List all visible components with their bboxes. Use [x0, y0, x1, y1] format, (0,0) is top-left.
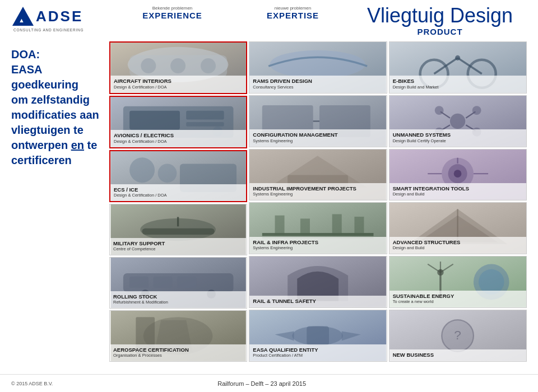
- header-title-area: Vliegtuig Design PRODUCT: [353, 6, 527, 36]
- experience-column: AIRCRAFT INTERIORS Design & Certificatio…: [109, 41, 247, 362]
- product-column: E-BIKES Design Build and Market: [389, 41, 527, 362]
- experience-main: EXPERIENCE: [112, 11, 233, 20]
- svg-point-16: [158, 164, 177, 183]
- cards-grid: AIRCRAFT INTERIORS Design & Certificatio…: [109, 41, 527, 362]
- expertise-column: RAMS DRIVEN DESIGN Consultancy Services: [249, 41, 387, 362]
- footer-copyright: © 2015 ADSE B.V.: [11, 381, 53, 386]
- rolling-text: ROLLING STOCK Refurbishment & Modificati…: [110, 291, 247, 308]
- svg-point-59: [455, 55, 460, 60]
- card-rams[interactable]: RAMS DRIVEN DESIGN Consultancy Services: [249, 41, 387, 94]
- svg-point-5: [141, 58, 156, 73]
- svg-point-6: [170, 58, 185, 73]
- aerospace-text: AEROSPACE CERTIFICATION Organisation & P…: [110, 344, 247, 361]
- svg-point-67: [472, 106, 481, 115]
- card-ecs[interactable]: ECS / ICE Design & Certification / DOA: [109, 150, 247, 203]
- svg-rect-47: [355, 217, 364, 235]
- card-config[interactable]: CONFIGURATION MANAGEMENT Systems Enginee…: [249, 95, 387, 147]
- sidebar: DOA: EASA goedkeuring om zelfstandig mod…: [11, 41, 109, 362]
- svg-text:▲: ▲: [18, 17, 25, 24]
- svg-point-33: [270, 50, 365, 78]
- easa-text: EASA QUALIFIED ENTITY Product Certificat…: [249, 344, 386, 361]
- military-text: MILITARY SUPPORT Centre of Competence: [110, 238, 247, 255]
- card-smart[interactable]: SMART INTEGRATION TOOLS Design and Build: [389, 149, 527, 201]
- svg-point-15: [129, 157, 155, 183]
- svg-rect-45: [300, 219, 310, 235]
- rail-infra-text: RAIL & INFRA PROJECTS Systems Engineerin…: [249, 237, 386, 254]
- main-content: DOA: EASA goedkeuring om zelfstandig mod…: [0, 39, 538, 364]
- expertise-col-header: nieuwe problemen EXPERTISE: [233, 6, 353, 20]
- header: ▲ ADSE CONSULTING AND ENGINEERING Bekend…: [0, 0, 538, 39]
- expertise-sub: nieuwe problemen: [233, 6, 353, 11]
- card-unmanned[interactable]: UNMANNED SYSTEMS Design Build Certify Op…: [389, 95, 527, 147]
- sidebar-text: DOA: EASA goedkeuring om zelfstandig mod…: [11, 47, 109, 168]
- svg-rect-44: [275, 216, 285, 235]
- card-rail-infra[interactable]: RAIL & INFRA PROJECTS Systems Engineerin…: [249, 202, 387, 254]
- svg-rect-26: [177, 277, 196, 288]
- card-rolling[interactable]: ROLLING STOCK Refurbishment & Modificati…: [109, 257, 247, 309]
- footer: © 2015 ADSE B.V. Railforum – Delft – 23 …: [0, 374, 538, 392]
- svg-point-73: [453, 170, 461, 178]
- experience-sub: Bekende problemen: [112, 6, 233, 11]
- card-aerospace[interactable]: AEROSPACE CERTIFICATION Organisation & P…: [109, 310, 247, 362]
- svg-rect-46: [332, 214, 342, 235]
- svg-rect-51: [307, 326, 330, 346]
- advanced-text: ADVANCED STRUCTURES Design and Build: [389, 237, 526, 254]
- svg-rect-25: [154, 277, 173, 288]
- aircraft-text: AIRCRAFT INTERIORS Design & Certificatio…: [110, 76, 246, 92]
- logo-area: ▲ ADSE CONSULTING AND ENGINEERING: [11, 6, 112, 32]
- card-advanced[interactable]: ADVANCED STRUCTURES Design and Build: [389, 202, 527, 254]
- svg-rect-20: [142, 228, 215, 235]
- footer-event: Railforum – Delft – 23 april 2015: [217, 380, 306, 387]
- ecs-text: ECS / ICE Design & Certification / DOA: [110, 184, 246, 201]
- config-text: CONFIGURATION MANAGEMENT Systems Enginee…: [249, 129, 386, 146]
- card-new-business[interactable]: ? NEW BUSINESS: [389, 310, 527, 362]
- svg-rect-12: [186, 122, 224, 127]
- experience-col-header: Bekende problemen EXPERIENCE: [112, 6, 233, 20]
- svg-text:?: ?: [454, 328, 461, 342]
- logo-icon: ▲: [11, 6, 35, 27]
- smart-text: SMART INTEGRATION TOOLS Design and Build: [389, 183, 526, 200]
- card-military[interactable]: MILITARY SUPPORT Centre of Competence: [109, 204, 247, 255]
- page-title: Vliegtuig Design: [353, 6, 527, 26]
- avionics-text: AVIONICS / ELECTRICS Design & Certificat…: [110, 130, 246, 147]
- rail-tunnel-text: RAIL & TUNNEL SAFETY: [249, 296, 386, 307]
- card-avionics[interactable]: AVIONICS / ELECTRICS Design & Certificat…: [109, 96, 247, 148]
- svg-rect-10: [129, 111, 180, 130]
- product-main: PRODUCT: [353, 27, 527, 36]
- unmanned-text: UNMANNED SYSTEMS Design Build Certify Op…: [389, 129, 526, 146]
- logo-subtitle: CONSULTING AND ENGINEERING: [13, 28, 112, 32]
- rams-text: RAMS DRIVEN DESIGN Consultancy Services: [249, 76, 386, 92]
- expertise-main: EXPERTISE: [233, 11, 353, 20]
- logo-text: ADSE: [36, 8, 83, 25]
- card-rail-tunnel[interactable]: RAIL & TUNNEL SAFETY: [249, 256, 387, 308]
- card-aircraft[interactable]: AIRCRAFT INTERIORS Design & Certificatio…: [109, 41, 247, 94]
- logo: ▲ ADSE: [11, 6, 112, 27]
- svg-point-66: [434, 106, 443, 115]
- new-business-text: NEW BUSINESS: [389, 349, 526, 361]
- card-ebikes[interactable]: E-BIKES Design Build and Market: [389, 41, 527, 94]
- ebikes-text: E-BIKES Design Build and Market: [389, 76, 526, 92]
- svg-point-61: [450, 114, 465, 129]
- svg-rect-11: [186, 111, 224, 120]
- svg-rect-24: [129, 277, 149, 288]
- svg-point-7: [201, 58, 216, 73]
- industrial-text: Industrial Improvement Projects Systems …: [249, 183, 386, 200]
- card-easa[interactable]: EASA QUALIFIED ENTITY Product Certificat…: [249, 310, 387, 362]
- card-industrial[interactable]: Industrial Improvement Projects Systems …: [249, 149, 387, 201]
- card-sustainable[interactable]: SUSTAINABLE ENERGY To create a new world: [389, 256, 527, 308]
- sustainable-text: SUSTAINABLE ENERGY To create a new world: [389, 291, 526, 307]
